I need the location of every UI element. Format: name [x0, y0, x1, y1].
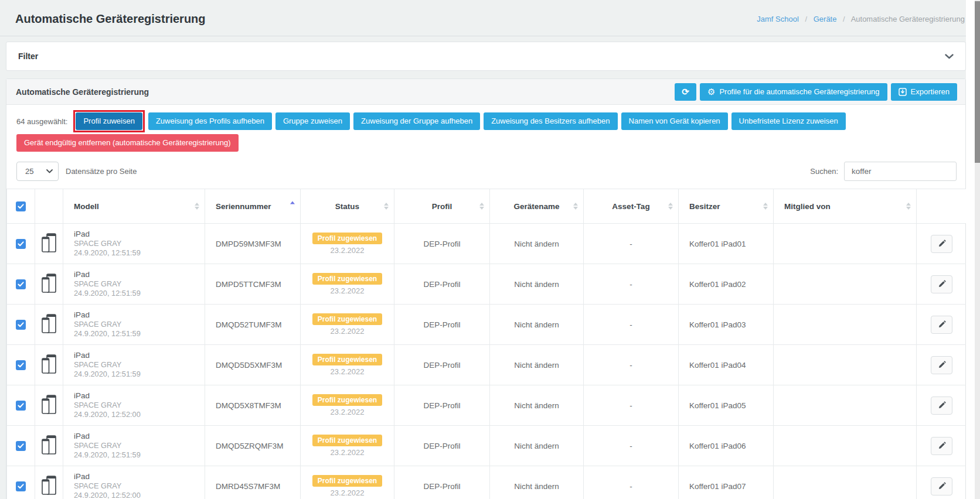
bulk-action-button[interactable]: Gruppe zuweisen — [275, 112, 350, 130]
column-header-mitglied-von[interactable]: Mitglied von — [774, 189, 917, 224]
device-icon-cell — [35, 466, 63, 499]
assign-profile-button[interactable]: Profil zuweisen — [76, 112, 142, 130]
page-size-select[interactable]: 25 — [16, 162, 59, 181]
device-row: iPad SPACE GRAY 24.9.2020, 12:51:59 DMQD… — [7, 305, 967, 345]
device-name-cell: Nicht ändern — [490, 466, 584, 499]
chevron-down-icon — [945, 54, 954, 59]
model-added-date: 24.9.2020, 12:51:59 — [74, 370, 200, 379]
owner-cell: Koffer01 iPad04 — [679, 345, 774, 385]
check-icon — [18, 443, 24, 449]
model-added-date: 24.9.2020, 12:52:00 — [74, 491, 200, 499]
breadcrumb-jamf-school[interactable]: Jamf School — [757, 15, 799, 23]
row-actions-cell — [917, 224, 967, 264]
bulk-action-button[interactable]: Zuweisung des Profils aufheben — [148, 112, 272, 130]
bulk-action-button[interactable]: Unbefristete Lizenz zuweisen — [731, 112, 846, 130]
bulk-action-button[interactable]: Zuweisung der Gruppe aufheben — [353, 112, 480, 130]
row-actions-cell — [917, 345, 967, 385]
row-checkbox-cell — [7, 426, 35, 466]
device-name-cell: Nicht ändern — [490, 345, 584, 385]
scrollbar-thumb[interactable] — [975, 1, 980, 163]
profile-cell: DEP-Profil — [394, 224, 490, 264]
sort-arrows-icon — [763, 203, 768, 210]
check-icon — [18, 403, 24, 408]
dep-profiles-button[interactable]: ⚙ Profile für die automatische Gerätereg… — [700, 83, 887, 101]
model-added-date: 24.9.2020, 12:51:59 — [74, 289, 200, 298]
panel-header-buttons: ⟳ ⚙ Profile für die automatische Geräter… — [675, 83, 957, 101]
device-icon-cell — [35, 305, 63, 345]
refresh-button[interactable]: ⟳ — [675, 83, 696, 101]
annotation-highlight: Profil zuweisen — [73, 110, 144, 132]
page-title: Automatische Geräteregistrierung — [15, 12, 206, 26]
column-header-status[interactable]: Status — [301, 189, 394, 224]
model-color: SPACE GRAY — [74, 239, 200, 248]
owner-cell: Koffer01 iPad06 — [679, 426, 774, 466]
member-of-cell — [774, 385, 917, 426]
row-checkbox[interactable] — [16, 441, 26, 451]
profile-cell: DEP-Profil — [394, 385, 490, 426]
owner-cell: Koffer01 iPad03 — [679, 305, 774, 345]
row-checkbox[interactable] — [16, 360, 26, 370]
status-date: 23.2.2022 — [305, 246, 389, 255]
device-row: iPad SPACE GRAY 24.9.2020, 12:51:59 DMPD… — [7, 224, 967, 264]
bulk-actions-row: 64 ausgewählt: Profil zuweisen Zuweisung… — [16, 110, 957, 132]
status-badge: Profil zugewiesen — [312, 273, 382, 285]
actions-header — [917, 189, 967, 224]
member-of-cell — [774, 264, 917, 305]
pencil-icon — [938, 442, 946, 450]
model-color: SPACE GRAY — [74, 481, 200, 491]
profile-cell: DEP-Profil — [394, 426, 490, 466]
sort-arrows-icon — [573, 203, 578, 210]
search-input[interactable] — [844, 162, 957, 181]
row-checkbox[interactable] — [16, 239, 26, 249]
model-name: iPad — [74, 391, 200, 401]
row-checkbox[interactable] — [16, 320, 26, 330]
row-checkbox[interactable] — [16, 279, 26, 289]
edit-device-button[interactable] — [931, 477, 952, 495]
select-all-checkbox[interactable] — [16, 201, 26, 211]
device-icon-cell — [35, 224, 63, 264]
column-header-modell[interactable]: Modell — [63, 189, 205, 224]
edit-device-button[interactable] — [931, 437, 952, 455]
device-name-cell: Nicht ändern — [490, 224, 584, 264]
device-icon-cell — [35, 426, 63, 466]
status-cell: Profil zugewiesen 23.2.2022 — [301, 224, 394, 264]
filter-panel[interactable]: Filter — [6, 42, 966, 71]
row-checkbox[interactable] — [16, 401, 26, 411]
page: Automatische Geräteregistrierung Jamf Sc… — [0, 0, 966, 499]
column-header-besitzer[interactable]: Besitzer — [679, 189, 774, 224]
member-of-cell — [774, 466, 917, 499]
model-added-date: 24.9.2020, 12:52:00 — [74, 410, 200, 419]
column-header-profil[interactable]: Profil — [394, 189, 490, 224]
edit-device-button[interactable] — [931, 356, 952, 374]
bulk-action-button[interactable]: Namen von Gerät kopieren — [621, 112, 728, 130]
device-row: iPad SPACE GRAY 24.9.2020, 12:51:59 DMQD… — [7, 345, 967, 385]
status-date: 23.2.2022 — [305, 367, 389, 376]
sort-arrows-icon — [195, 203, 199, 210]
remove-device-button[interactable]: Gerät endgültig entfernen (automatische … — [16, 134, 239, 152]
row-checkbox-cell — [7, 305, 35, 345]
column-header-seriennummer[interactable]: Seriennummer — [205, 189, 301, 224]
model-cell: iPad SPACE GRAY 24.9.2020, 12:52:00 — [63, 466, 205, 499]
model-name: iPad — [74, 270, 200, 279]
column-header-asset-tag[interactable]: Asset-Tag — [584, 189, 679, 224]
model-cell: iPad SPACE GRAY 24.9.2020, 12:51:59 — [63, 264, 205, 305]
column-header-geraetename[interactable]: Gerätename — [490, 189, 584, 224]
model-color: SPACE GRAY — [74, 360, 200, 370]
bulk-action-button[interactable]: Zuweisung des Besitzers aufheben — [484, 112, 617, 130]
edit-device-button[interactable] — [931, 275, 952, 293]
edit-device-button[interactable] — [931, 235, 952, 253]
member-of-cell — [774, 426, 917, 466]
device-icon-cell — [35, 345, 63, 385]
profile-cell: DEP-Profil — [394, 264, 490, 305]
edit-device-button[interactable] — [931, 397, 952, 415]
member-of-cell — [774, 224, 917, 264]
serial-cell: DMPD5TTCMF3M — [205, 264, 301, 305]
edit-device-button[interactable] — [931, 316, 952, 334]
row-checkbox[interactable] — [16, 481, 26, 491]
export-button[interactable]: Exportieren — [891, 83, 957, 101]
breadcrumb-geraete[interactable]: Geräte — [814, 15, 837, 23]
asset-tag-cell: - — [584, 426, 679, 466]
select-all-header — [7, 189, 35, 224]
status-cell: Profil zugewiesen 23.2.2022 — [301, 345, 394, 385]
tablet-icon — [42, 314, 56, 333]
